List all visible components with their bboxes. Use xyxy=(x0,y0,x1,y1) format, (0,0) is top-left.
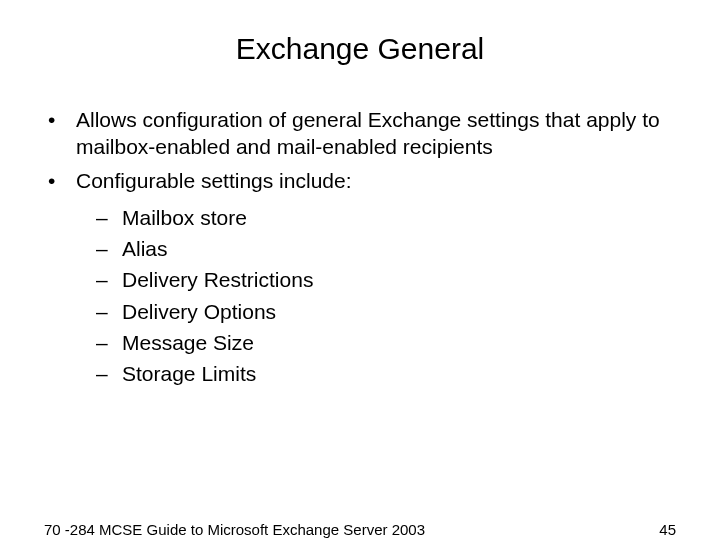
sub-bullet-item: Mailbox store xyxy=(94,204,676,231)
sub-bullet-text: Delivery Options xyxy=(122,300,276,323)
sub-bullet-text: Mailbox store xyxy=(122,206,247,229)
bullet-item: Allows configuration of general Exchange… xyxy=(44,106,676,161)
sub-bullet-text: Delivery Restrictions xyxy=(122,268,313,291)
slide-number: 45 xyxy=(659,521,676,538)
sub-bullet-text: Storage Limits xyxy=(122,362,256,385)
sub-bullet-item: Delivery Restrictions xyxy=(94,266,676,293)
slide-title: Exchange General xyxy=(0,32,720,66)
bullet-text: Configurable settings include: xyxy=(76,169,352,192)
sub-bullet-item: Delivery Options xyxy=(94,298,676,325)
sub-bullet-item: Message Size xyxy=(94,329,676,356)
sub-bullet-item: Alias xyxy=(94,235,676,262)
slide-footer: 70 -284 MCSE Guide to Microsoft Exchange… xyxy=(44,521,676,541)
footer-text: 70 -284 MCSE Guide to Microsoft Exchange… xyxy=(44,521,464,541)
sub-bullet-text: Message Size xyxy=(122,331,254,354)
slide-body: Allows configuration of general Exchange… xyxy=(0,106,720,388)
sub-bullet-text: Alias xyxy=(122,237,168,260)
bullet-item: Configurable settings include: Mailbox s… xyxy=(44,167,676,388)
sub-bullet-list: Mailbox store Alias Delivery Restriction… xyxy=(94,204,676,388)
bullet-list: Allows configuration of general Exchange… xyxy=(44,106,676,388)
bullet-text: Allows configuration of general Exchange… xyxy=(76,108,660,158)
sub-bullet-item: Storage Limits xyxy=(94,360,676,387)
slide: Exchange General Allows configuration of… xyxy=(0,32,720,540)
